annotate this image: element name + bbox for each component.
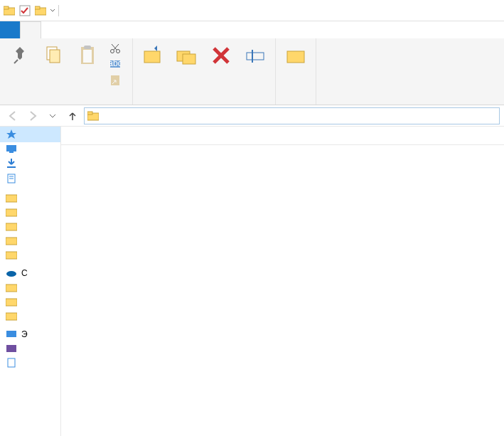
video-icon	[6, 344, 17, 353]
tree-item[interactable]	[0, 191, 60, 205]
svg-point-11	[111, 50, 114, 53]
up-button[interactable]	[64, 107, 81, 124]
tree-item[interactable]	[0, 142, 60, 155]
monitor-icon	[6, 144, 17, 153]
tree-item[interactable]	[0, 219, 60, 233]
tree-item[interactable]	[0, 233, 60, 248]
svg-rect-25	[287, 51, 304, 63]
address-bar[interactable]	[84, 107, 500, 124]
rename-button[interactable]	[240, 41, 271, 70]
moveto-icon	[141, 43, 164, 68]
svg-rect-35	[6, 209, 17, 216]
new-folder-button[interactable]	[280, 41, 311, 70]
col-name[interactable]	[61, 127, 243, 144]
folder-icon	[6, 282, 17, 292]
tree-item[interactable]: Э	[0, 327, 60, 341]
monitor-icon	[6, 330, 17, 339]
svg-rect-9	[83, 50, 92, 63]
folder-icon	[3, 4, 16, 17]
quick-folder-icon[interactable]	[34, 4, 47, 17]
copy-to-button[interactable]	[171, 41, 203, 70]
svg-rect-29	[9, 151, 14, 153]
group-organize-label	[137, 102, 271, 103]
paste-icon	[77, 43, 100, 68]
svg-text:abc: abc	[109, 58, 121, 68]
paste-button	[73, 41, 104, 70]
tree-item[interactable]	[0, 205, 60, 219]
quick-checkbox-icon[interactable]	[18, 4, 31, 17]
group-clipboard-label	[4, 102, 128, 103]
copy-button[interactable]	[38, 41, 70, 70]
svg-rect-44	[6, 345, 16, 352]
tree-item[interactable]	[0, 309, 60, 323]
svg-rect-42	[6, 313, 17, 320]
tree-item[interactable]	[0, 248, 60, 262]
folder-icon	[6, 311, 17, 321]
tree-item[interactable]	[0, 356, 60, 370]
svg-rect-36	[6, 223, 17, 230]
folder-icon	[6, 193, 17, 203]
svg-rect-28	[6, 145, 16, 151]
copypath-icon: abc	[109, 58, 121, 70]
tree-item[interactable]	[0, 155, 60, 171]
nav-tree[interactable]: C Э	[0, 127, 61, 436]
forward-button[interactable]	[24, 107, 41, 124]
tree-item[interactable]: C	[0, 266, 60, 280]
newfolder-icon	[284, 43, 307, 68]
chevron-down-icon[interactable]	[50, 6, 55, 15]
svg-rect-27	[87, 112, 92, 115]
svg-rect-4	[35, 6, 40, 9]
tab-file[interactable]	[0, 21, 20, 38]
rename-icon	[244, 43, 267, 68]
col-date[interactable]	[243, 127, 344, 144]
svg-rect-10	[84, 46, 91, 49]
svg-rect-7	[50, 50, 60, 63]
tab-view[interactable]	[61, 21, 81, 38]
recent-dropdown[interactable]	[44, 107, 61, 124]
folder-icon	[6, 235, 17, 245]
svg-rect-40	[6, 285, 17, 292]
col-type[interactable]	[344, 127, 429, 144]
svg-rect-41	[6, 299, 17, 306]
svg-point-12	[117, 50, 120, 53]
tree-item[interactable]	[0, 294, 60, 309]
document-icon	[6, 173, 17, 184]
tree-item[interactable]	[0, 280, 60, 294]
svg-rect-45	[8, 358, 15, 367]
pin-icon	[9, 43, 31, 68]
svg-rect-37	[6, 238, 17, 245]
folder-icon	[6, 250, 17, 260]
tab-home[interactable]	[20, 21, 41, 38]
tree-item[interactable]	[0, 171, 60, 186]
path-input[interactable]	[102, 111, 496, 121]
folder-icon	[6, 297, 17, 307]
tree-item[interactable]	[0, 127, 60, 142]
shortcut-icon	[109, 74, 121, 85]
svg-rect-1	[4, 6, 9, 9]
folder-icon	[6, 221, 17, 231]
cut-button[interactable]	[107, 41, 128, 55]
col-size[interactable]	[429, 127, 486, 144]
svg-point-39	[6, 271, 16, 277]
copy-path-button[interactable]: abc	[107, 57, 128, 71]
move-to-button[interactable]	[137, 41, 168, 70]
onedrive-icon	[6, 269, 17, 277]
svg-rect-20	[183, 54, 195, 64]
delete-button[interactable]	[205, 41, 237, 70]
download-icon	[6, 157, 17, 169]
star-icon	[6, 129, 17, 140]
delete-icon	[210, 43, 232, 68]
svg-rect-38	[6, 252, 17, 259]
folder-icon	[87, 111, 99, 121]
folder-icon	[6, 207, 17, 217]
document-icon	[6, 358, 17, 368]
pin-to-quick-access-button[interactable]	[4, 41, 36, 70]
tree-item[interactable]	[0, 341, 60, 356]
paste-shortcut-button	[107, 73, 128, 87]
tab-share[interactable]	[41, 21, 61, 38]
back-button[interactable]	[4, 107, 21, 124]
svg-rect-34	[6, 195, 17, 202]
copyto-icon	[176, 43, 198, 68]
svg-line-5	[14, 60, 18, 63]
svg-rect-18	[144, 51, 160, 63]
